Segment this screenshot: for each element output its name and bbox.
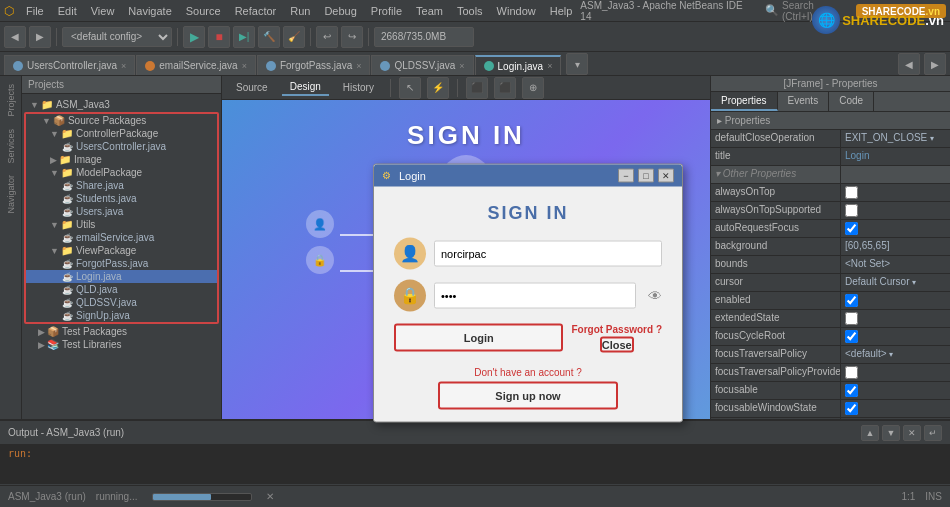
menu-edit[interactable]: Edit	[52, 3, 83, 19]
tab-close-5[interactable]: ×	[547, 61, 552, 71]
prop-val-bg[interactable]: [60,65,65]	[841, 238, 950, 255]
tab-close-3[interactable]: ×	[356, 61, 361, 71]
focusable-checkbox[interactable]	[845, 384, 858, 397]
tree-qldssv[interactable]: ☕ QLDSSV.java	[26, 296, 217, 309]
align-right-btn[interactable]: ⬛	[494, 77, 516, 99]
tree-model-pkg[interactable]: ▼ 📁 ModelPackage	[26, 166, 217, 179]
dialog-close-btn[interactable]: ✕	[658, 168, 674, 182]
tree-image[interactable]: ▶ 📁 Image	[26, 153, 217, 166]
more-tabs-button[interactable]: ▾	[566, 53, 588, 75]
prop-val-ftpp[interactable]	[841, 364, 950, 381]
tree-login[interactable]: ☕ Login.java	[26, 270, 217, 283]
prop-tab-code[interactable]: Code	[829, 92, 874, 111]
fcr-checkbox[interactable]	[845, 330, 858, 343]
tree-share[interactable]: ☕ Share.java	[26, 179, 217, 192]
prop-val-aots[interactable]	[841, 202, 950, 219]
forward-button[interactable]: ▶	[29, 26, 51, 48]
enabled-checkbox[interactable]	[845, 294, 858, 307]
output-scroll-up[interactable]: ▲	[861, 425, 879, 441]
fws-checkbox[interactable]	[845, 402, 858, 415]
view-arrow[interactable]: ▼	[50, 246, 59, 256]
tab-emailservice[interactable]: emailService.java ×	[136, 55, 256, 75]
signup-button[interactable]: Sign up now	[438, 381, 618, 409]
align-left-btn[interactable]: ⬛	[466, 77, 488, 99]
tree-forgotpass[interactable]: ☕ ForgotPass.java	[26, 257, 217, 270]
menu-help[interactable]: Help	[544, 3, 579, 19]
prop-val-cursor[interactable]: Default Cursor ▾	[841, 274, 950, 291]
prop-tab-events[interactable]: Events	[778, 92, 830, 111]
tab-login[interactable]: Login.java ×	[475, 55, 562, 75]
login-button[interactable]: Login	[394, 324, 563, 352]
prop-tab-properties[interactable]: Properties	[711, 92, 778, 111]
connect-btn[interactable]: ⚡	[427, 77, 449, 99]
tab-source[interactable]: Source	[228, 80, 276, 95]
prop-val-focusable[interactable]	[841, 382, 950, 399]
menu-tools[interactable]: Tools	[451, 3, 489, 19]
prop-val-bounds[interactable]: <Not Set>	[841, 256, 950, 273]
menu-file[interactable]: File	[20, 3, 50, 19]
tree-qld[interactable]: ☕ QLD.java	[26, 283, 217, 296]
status-cancel[interactable]: ✕	[266, 491, 274, 502]
password-input[interactable]	[434, 282, 636, 308]
prop-val-ftp[interactable]: <default> ▾	[841, 346, 950, 363]
prop-val-aot[interactable]	[841, 184, 950, 201]
tree-test-libraries[interactable]: ▶ 📚 Test Libraries	[22, 338, 221, 351]
model-arrow[interactable]: ▼	[50, 168, 59, 178]
tab-userscontroller[interactable]: UsersController.java ×	[4, 55, 135, 75]
prop-val-close-op[interactable]: EXIT_ON_CLOSE ▾	[841, 130, 950, 147]
username-input[interactable]	[434, 240, 662, 266]
tree-root[interactable]: ▼ 📁 ASM_Java3	[22, 98, 221, 111]
menu-source[interactable]: Source	[180, 3, 227, 19]
back-button[interactable]: ◀	[4, 26, 26, 48]
tab-close-1[interactable]: ×	[121, 61, 126, 71]
menu-refactor[interactable]: Refactor	[229, 3, 283, 19]
source-arrow[interactable]: ▼	[42, 116, 51, 126]
tree-users[interactable]: ☕ Users.java	[26, 205, 217, 218]
tree-test-packages[interactable]: ▶ 📦 Test Packages	[22, 325, 221, 338]
menu-run[interactable]: Run	[284, 3, 316, 19]
output-clear[interactable]: ✕	[903, 425, 921, 441]
output-scroll-down[interactable]: ▼	[882, 425, 900, 441]
tree-students[interactable]: ☕ Students.java	[26, 192, 217, 205]
next-tab-button[interactable]: ▶	[924, 53, 946, 75]
prev-tab-button[interactable]: ◀	[898, 53, 920, 75]
prop-val-extstate[interactable]	[841, 310, 950, 327]
menu-debug[interactable]: Debug	[318, 3, 362, 19]
prop-val-arf[interactable]	[841, 220, 950, 237]
menu-window[interactable]: Window	[491, 3, 542, 19]
debug-button[interactable]: ▶|	[233, 26, 255, 48]
menu-team[interactable]: Team	[410, 3, 449, 19]
testlib-arrow[interactable]: ▶	[38, 340, 45, 350]
output-wrap[interactable]: ↵	[924, 425, 942, 441]
dialog-maximize-btn[interactable]: □	[638, 168, 654, 182]
tree-signup[interactable]: ☕ SignUp.java	[26, 309, 217, 322]
undo-button[interactable]: ↩	[316, 26, 338, 48]
prop-val-title[interactable]: Login	[841, 148, 950, 165]
tab-qldssv[interactable]: QLDSSV.java ×	[371, 55, 473, 75]
extstate-checkbox[interactable]	[845, 312, 858, 325]
arf-checkbox[interactable]	[845, 222, 858, 235]
utils-arrow[interactable]: ▼	[50, 220, 59, 230]
tab-design[interactable]: Design	[282, 79, 329, 96]
testpkg-arrow[interactable]: ▶	[38, 327, 45, 337]
run-button[interactable]: ▶	[183, 26, 205, 48]
zoom-btn[interactable]: ⊕	[522, 77, 544, 99]
stop-button[interactable]: ■	[208, 26, 230, 48]
aots-checkbox[interactable]	[845, 204, 858, 217]
tree-source-packages[interactable]: ▼ 📦 Source Packages	[26, 114, 217, 127]
redo-button[interactable]: ↪	[341, 26, 363, 48]
select-mode-btn[interactable]: ↖	[399, 77, 421, 99]
tree-userscontroller[interactable]: ☕ UsersController.java	[26, 140, 217, 153]
tab-forgotpass[interactable]: ForgotPass.java ×	[257, 55, 371, 75]
config-select[interactable]: <default config>	[62, 27, 172, 47]
prop-val-enabled[interactable]	[841, 292, 950, 309]
build-button[interactable]: 🔨	[258, 26, 280, 48]
close-button[interactable]: Close	[600, 336, 634, 352]
menu-view[interactable]: View	[85, 3, 121, 19]
ctrl-arrow[interactable]: ▼	[50, 129, 59, 139]
services-sidebar-btn[interactable]: Services	[4, 125, 18, 168]
dialog-minimize-btn[interactable]: −	[618, 168, 634, 182]
ftpp-checkbox[interactable]	[845, 366, 858, 379]
clean-button[interactable]: 🧹	[283, 26, 305, 48]
tree-controller-pkg[interactable]: ▼ 📁 ControllerPackage	[26, 127, 217, 140]
